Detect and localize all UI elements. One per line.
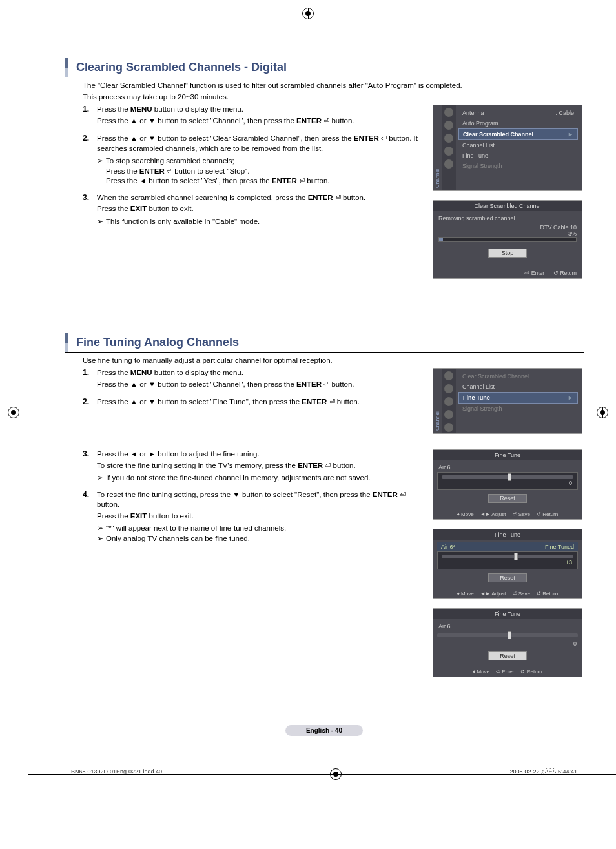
progress-bar bbox=[438, 237, 577, 242]
footer-label: Return bbox=[542, 591, 558, 597]
ft-slider[interactable]: +3 bbox=[437, 551, 578, 569]
reset-button[interactable]: Reset bbox=[488, 651, 527, 660]
ft-slider[interactable]: 0 bbox=[437, 472, 578, 490]
osd-row-fine-tune: Fine Tune► bbox=[458, 392, 578, 404]
footer-label: Adjust bbox=[491, 591, 506, 597]
step-number: 4. bbox=[83, 490, 97, 544]
footer-label: Enter bbox=[531, 270, 544, 276]
page-number-badge: English - 40 bbox=[285, 725, 363, 736]
osd-clear-scrambled-dialog: Clear Scrambled Channel Removing scrambl… bbox=[433, 200, 582, 279]
step-text: Press the ▲ or ▼ button to select "Clear… bbox=[97, 134, 354, 142]
step-text: Press the ▲ or ▼ button to select "Chann… bbox=[97, 117, 296, 125]
reset-button[interactable]: Reset bbox=[488, 573, 527, 582]
enter-keyword: ENTER bbox=[373, 491, 398, 498]
enter-keyword: ENTER bbox=[139, 167, 165, 175]
chevron-right-icon: ► bbox=[568, 394, 573, 401]
section-intro: The "Clear Scrambled Channel" function i… bbox=[83, 81, 584, 89]
osd-label: Auto Program bbox=[462, 120, 498, 127]
substep-text: If you do not store the fine-tuned chann… bbox=[106, 473, 371, 484]
osd-label: Fine Tune bbox=[462, 152, 488, 159]
section-title: Clearing Scrambled Channels - Digital bbox=[76, 58, 287, 77]
enter-icon: ⏎ bbox=[323, 380, 329, 388]
step-text: button to display the menu. bbox=[152, 105, 243, 113]
osd-label: Channel List bbox=[462, 142, 495, 148]
step-text: Press the ▲ or ▼ button to select "Fine … bbox=[97, 398, 302, 405]
osd-row-signal-strength: Signal Strength bbox=[458, 404, 578, 414]
chevron-right-icon: ► bbox=[568, 131, 573, 138]
osd-label: Antenna bbox=[462, 110, 484, 116]
dialog-status: Removing scrambled channel. bbox=[438, 215, 577, 221]
enter-icon: ⏎ bbox=[167, 167, 172, 175]
osd-channel-menu: Channel Antenna: Cable Auto Program Clea… bbox=[433, 105, 582, 191]
step-number: 1. bbox=[83, 368, 97, 391]
enter-keyword: ENTER bbox=[272, 177, 297, 185]
osd-label: Signal Strength bbox=[462, 163, 502, 169]
osd-row-channel-list: Channel List bbox=[458, 140, 578, 150]
osd-category-label: Channel bbox=[433, 105, 442, 190]
footer-label: Move bbox=[461, 591, 474, 597]
osd-label: Fine Tune bbox=[463, 394, 490, 401]
substep-text: button to select "Stop". bbox=[172, 167, 249, 175]
menu-keyword: MENU bbox=[130, 369, 152, 376]
osd-row-channel-list: Channel List bbox=[458, 382, 578, 392]
osd-category-label: Channel bbox=[433, 369, 442, 433]
section-intro: Use fine tuning to manually adjust a par… bbox=[83, 356, 584, 364]
exit-keyword: EXIT bbox=[130, 205, 147, 212]
osd-fine-tune-dialog: Fine Tune Air 6 0 Reset ♦ Move ◄► Adjust… bbox=[433, 449, 582, 520]
substep-text: Only analog TV channels can be fine tune… bbox=[106, 534, 250, 544]
footer-label: Move bbox=[477, 669, 490, 675]
sound-icon bbox=[444, 121, 453, 130]
substep-text: This function is only available in "Cabl… bbox=[106, 217, 260, 227]
step-item: 2. Press the ▲ or ▼ button to select "Fi… bbox=[83, 397, 425, 409]
step-item: 2. Press the ▲ or ▼ button to select "Cl… bbox=[83, 134, 425, 187]
enter-icon: ⏎ bbox=[335, 194, 341, 201]
step-number: 1. bbox=[83, 105, 97, 127]
osd-channel-menu: Channel Clear Scrambled Channel Channel … bbox=[433, 368, 582, 434]
step-text: button. bbox=[341, 194, 365, 201]
step-text: Press the bbox=[97, 205, 130, 212]
sound-icon bbox=[444, 384, 453, 393]
reset-button[interactable]: Reset bbox=[488, 494, 527, 503]
enter-icon: ⏎ bbox=[325, 462, 331, 469]
picture-icon bbox=[444, 371, 453, 380]
step-number: 2. bbox=[83, 134, 97, 187]
input-icon bbox=[444, 159, 453, 169]
footer-return: ↺ Return bbox=[537, 591, 558, 597]
footer-enter: ⏎ Enter bbox=[524, 270, 544, 276]
ft-value: 0 bbox=[437, 640, 578, 648]
substep-text: button. bbox=[305, 177, 329, 185]
osd-row-signal-strength: Signal Strength bbox=[458, 161, 578, 171]
footer-move: ♦ Move bbox=[457, 591, 474, 597]
note-marker-icon: ➢ bbox=[97, 473, 106, 484]
osd-row-antenna: Antenna: Cable bbox=[458, 108, 578, 118]
step-item: 3. When the scrambled channel searching … bbox=[83, 193, 425, 227]
stop-button[interactable]: Stop bbox=[488, 249, 527, 258]
enter-icon: ⏎ bbox=[381, 134, 387, 142]
dialog-title: Fine Tune bbox=[433, 529, 582, 540]
footer-move: ♦ Move bbox=[473, 669, 489, 675]
osd-sidebar bbox=[442, 105, 456, 190]
enter-keyword: ENTER bbox=[296, 380, 322, 388]
substep-text: Press the ◄ button to select "Yes", then… bbox=[106, 177, 272, 185]
return-icon: ↺ bbox=[553, 270, 560, 276]
osd-fine-tune-dialog-reset: Fine Tune Air 6 0 Reset ♦ Move ⏎ Enter ↺… bbox=[433, 608, 582, 677]
footer-adjust: ◄► Adjust bbox=[480, 511, 506, 517]
footer-label: Return bbox=[527, 669, 542, 675]
footer-label: Adjust bbox=[491, 511, 506, 517]
enter-keyword: ENTER bbox=[308, 194, 333, 201]
dialog-title: Fine Tune bbox=[433, 450, 582, 460]
note-marker-icon: ➢ bbox=[97, 217, 106, 227]
enter-icon: ⏎ bbox=[329, 398, 335, 405]
note-marker-icon: ➢ bbox=[97, 534, 106, 544]
step-item: 3. Press the ◄ or ► button to adjust the… bbox=[83, 449, 425, 484]
dialog-percent: 3% bbox=[438, 230, 577, 237]
dialog-channel: DTV Cable 10 bbox=[438, 224, 577, 230]
step-text: button. bbox=[331, 462, 355, 469]
substep-text: To stop searching scrambled channels; bbox=[106, 157, 234, 165]
dialog-title: Fine Tune bbox=[433, 609, 582, 619]
enter-icon: ⏎ bbox=[400, 491, 406, 498]
footer-label: Enter bbox=[502, 669, 514, 675]
footer-label: Return bbox=[542, 511, 558, 517]
osd-label: Clear Scrambled Channel bbox=[462, 373, 529, 380]
ft-channel: Air 6* bbox=[441, 544, 455, 550]
